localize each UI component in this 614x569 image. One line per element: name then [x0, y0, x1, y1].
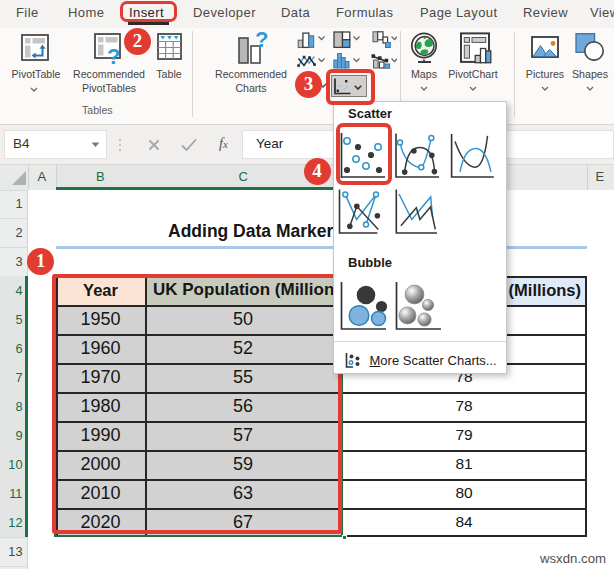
- svg-text:?: ?: [255, 29, 268, 52]
- svg-text:?: ?: [107, 44, 120, 65]
